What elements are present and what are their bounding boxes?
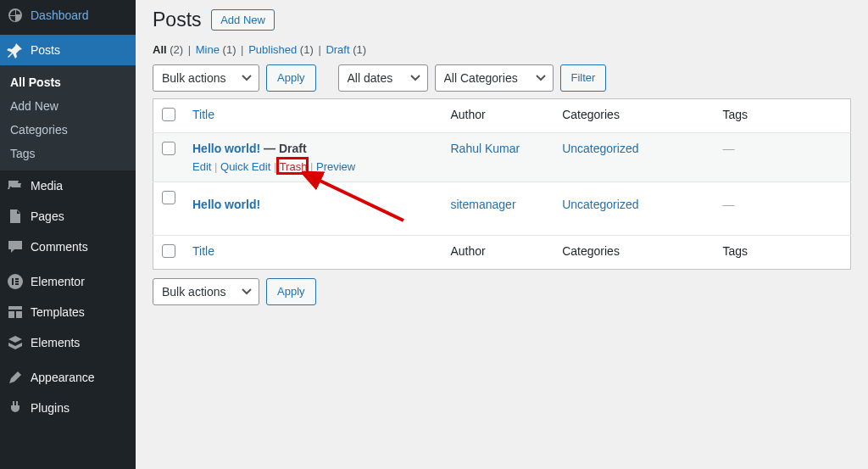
post-state: — Draft bbox=[264, 142, 307, 155]
sidebar-item-plugins[interactable]: Plugins bbox=[0, 393, 136, 423]
row-select-checkbox[interactable] bbox=[162, 191, 175, 204]
sidebar-item-pages[interactable]: Pages bbox=[0, 201, 136, 232]
sidebar-item-elementor[interactable]: Elementor bbox=[0, 266, 136, 297]
sidebar-submenu-posts: All Posts Add New Categories Tags bbox=[0, 65, 136, 170]
col-footer-categories[interactable]: Categories bbox=[554, 235, 714, 269]
sidebar-item-media[interactable]: Media bbox=[0, 170, 136, 201]
posts-table: Title Author Categories Tags Hello world… bbox=[153, 98, 851, 270]
col-header-title[interactable]: Title bbox=[184, 98, 442, 132]
post-author-link[interactable]: sitemanager bbox=[451, 198, 516, 211]
col-footer-title[interactable]: Title bbox=[184, 235, 442, 269]
tablenav-bottom: Bulk actions Apply bbox=[153, 278, 851, 305]
bulk-apply-button-bottom[interactable]: Apply bbox=[266, 278, 316, 305]
sidebar-item-appearance[interactable]: Appearance bbox=[0, 362, 136, 393]
bulk-apply-button[interactable]: Apply bbox=[266, 64, 316, 92]
svg-rect-4 bbox=[15, 283, 19, 285]
tablenav-top: Bulk actions Apply All dates All Categor… bbox=[153, 64, 851, 92]
sidebar-label-pages: Pages bbox=[31, 209, 127, 223]
page-header: Posts Add New bbox=[153, 0, 851, 36]
sidebar-label-plugins: Plugins bbox=[31, 401, 127, 415]
page-title: Posts bbox=[153, 0, 202, 36]
row-action-preview[interactable]: Preview bbox=[316, 160, 355, 173]
main-content: Posts Add New All (2) | Mine (1) | Publi… bbox=[136, 0, 868, 469]
elementor-icon bbox=[7, 273, 24, 290]
post-tags-empty: — bbox=[722, 142, 734, 155]
svg-rect-2 bbox=[15, 278, 19, 280]
row-select-checkbox[interactable] bbox=[162, 142, 175, 155]
status-link-all[interactable]: All (2) bbox=[153, 43, 183, 56]
col-header-tags[interactable]: Tags bbox=[714, 98, 850, 132]
plugins-icon bbox=[7, 399, 24, 416]
post-category-link[interactable]: Uncategorized bbox=[562, 142, 638, 155]
elements-icon bbox=[7, 334, 24, 351]
sidebar-label-templates: Templates bbox=[31, 305, 127, 319]
sidebar-label-posts: Posts bbox=[31, 43, 127, 57]
sidebar-label-elements: Elements bbox=[31, 336, 127, 349]
sidebar-subitem-categories[interactable]: Categories bbox=[0, 118, 136, 142]
filter-button[interactable]: Filter bbox=[560, 64, 607, 92]
sidebar-label-elementor: Elementor bbox=[31, 275, 127, 288]
sidebar-item-templates[interactable]: Templates bbox=[0, 297, 136, 327]
sidebar-label-appearance: Appearance bbox=[31, 371, 127, 384]
status-link-published[interactable]: Published (1) bbox=[248, 43, 314, 56]
add-new-button[interactable]: Add New bbox=[211, 9, 275, 31]
sidebar-item-elements[interactable]: Elements bbox=[0, 327, 136, 358]
dashboard-icon bbox=[7, 7, 24, 24]
sidebar-label-comments: Comments bbox=[31, 240, 127, 254]
bulk-actions-select[interactable]: Bulk actions bbox=[153, 64, 259, 92]
page-icon bbox=[7, 208, 24, 225]
col-footer-tags[interactable]: Tags bbox=[714, 235, 850, 269]
table-row: Hello world! sitemanager Uncategorized — bbox=[153, 181, 851, 235]
comment-icon bbox=[7, 238, 24, 255]
bulk-actions-select-bottom[interactable]: Bulk actions bbox=[153, 278, 259, 305]
select-all-checkbox-bottom[interactable] bbox=[162, 244, 175, 258]
status-filter-links: All (2) | Mine (1) | Published (1) | Dra… bbox=[153, 43, 851, 56]
sidebar-subitem-all-posts[interactable]: All Posts bbox=[0, 70, 136, 94]
sidebar-label-media: Media bbox=[31, 179, 127, 193]
table-row: Hello world! — Draft Edit | Quick Edit |… bbox=[153, 132, 851, 181]
svg-rect-3 bbox=[15, 281, 19, 282]
sidebar-item-comments[interactable]: Comments bbox=[0, 232, 136, 262]
post-title-link[interactable]: Hello world! bbox=[192, 142, 260, 155]
status-link-mine[interactable]: Mine (1) bbox=[196, 43, 236, 56]
post-author-link[interactable]: Rahul Kumar bbox=[451, 142, 520, 155]
svg-rect-1 bbox=[12, 278, 14, 285]
media-icon bbox=[7, 177, 24, 194]
post-tags-empty: — bbox=[722, 198, 734, 211]
sidebar-subitem-add-new[interactable]: Add New bbox=[0, 94, 136, 118]
post-category-link[interactable]: Uncategorized bbox=[562, 198, 638, 211]
status-link-draft[interactable]: Draft (1) bbox=[326, 43, 366, 56]
pushpin-icon bbox=[7, 42, 24, 59]
category-filter-select[interactable]: All Categories bbox=[435, 64, 554, 92]
sidebar-item-dashboard[interactable]: Dashboard bbox=[0, 0, 136, 31]
row-action-quick-edit[interactable]: Quick Edit bbox=[220, 160, 270, 173]
col-header-categories[interactable]: Categories bbox=[554, 98, 714, 132]
templates-icon bbox=[7, 304, 24, 321]
row-action-trash[interactable]: Trash bbox=[280, 160, 308, 173]
date-filter-select[interactable]: All dates bbox=[338, 64, 428, 92]
select-all-checkbox[interactable] bbox=[162, 108, 175, 121]
sidebar-label-dashboard: Dashboard bbox=[31, 8, 127, 22]
appearance-icon bbox=[7, 369, 24, 386]
row-actions: Edit | Quick Edit | Trash | Preview bbox=[192, 160, 434, 173]
row-action-edit[interactable]: Edit bbox=[192, 160, 211, 173]
col-header-author[interactable]: Author bbox=[442, 98, 554, 132]
admin-sidebar: Dashboard Posts All Posts Add New Catego… bbox=[0, 0, 136, 469]
sidebar-subitem-tags[interactable]: Tags bbox=[0, 142, 136, 165]
post-title-link[interactable]: Hello world! bbox=[192, 198, 260, 211]
col-footer-author[interactable]: Author bbox=[442, 235, 554, 269]
sidebar-item-posts[interactable]: Posts bbox=[0, 35, 136, 65]
